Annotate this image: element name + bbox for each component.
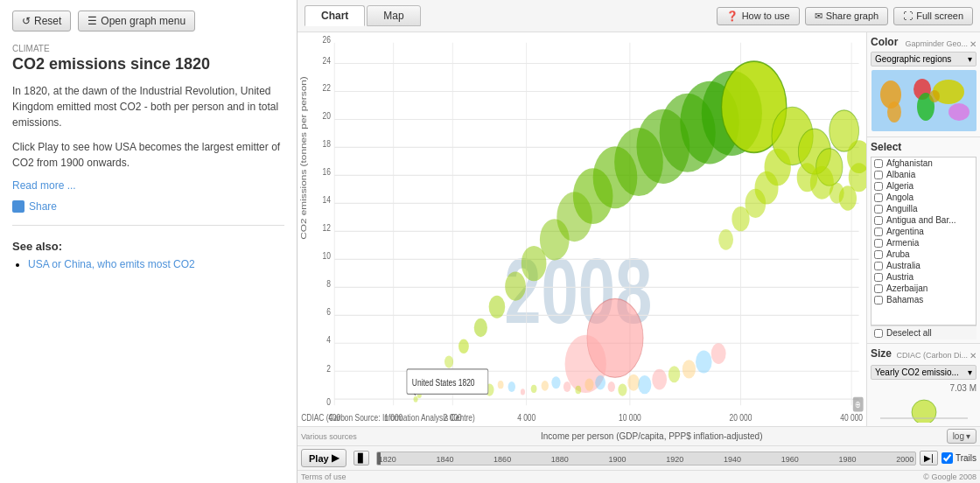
country-checkbox-australia[interactable]	[874, 262, 883, 270]
fullscreen-button[interactable]: ⛶ Full screen	[893, 7, 973, 25]
size-dropdown[interactable]: Yearly CO2 emissio... ▾	[871, 365, 976, 380]
how-to-use-button[interactable]: ❓ How to use	[717, 7, 800, 25]
y-tick-20: 20	[323, 110, 332, 122]
year-1900: 1900	[609, 455, 626, 464]
bubble-s22[interactable]	[682, 360, 696, 378]
chart-svg-area[interactable]: 2008	[298, 32, 866, 426]
bubble-s20[interactable]	[652, 369, 667, 390]
country-item-australia[interactable]: Australia	[872, 260, 976, 271]
country-list[interactable]: Afghanistan Albania Algeria Angola	[871, 157, 976, 326]
bubble-kr[interactable]	[732, 206, 749, 231]
bubble-es[interactable]	[797, 163, 818, 192]
country-checkbox-angola[interactable]	[874, 193, 883, 202]
deselect-all-button[interactable]: Deselect all	[871, 326, 976, 340]
bubble-s9[interactable]	[531, 385, 537, 393]
share-link[interactable]: Share	[29, 200, 57, 213]
bubble-s6[interactable]	[498, 381, 504, 388]
country-checkbox-bahamas[interactable]	[874, 296, 883, 304]
bubble-s10[interactable]	[542, 381, 549, 391]
size-source: CDIAC (Carbon Di...	[896, 351, 968, 360]
bubble-s21[interactable]	[668, 366, 681, 382]
close-color-icon[interactable]: ✕	[970, 39, 976, 49]
bubble-s16[interactable]	[608, 382, 615, 392]
country-checkbox-algeria[interactable]	[874, 182, 883, 191]
bubble-s12[interactable]	[564, 382, 570, 392]
bubble-s11[interactable]	[551, 376, 560, 388]
play-button[interactable]: Play ▶	[301, 449, 346, 467]
timeline-bar-icon[interactable]: ▊	[354, 451, 369, 466]
world-map-svg	[872, 70, 976, 131]
close-size-icon[interactable]: ✕	[970, 351, 976, 360]
deselect-all-checkbox[interactable]	[874, 329, 883, 338]
question-icon: ❓	[726, 10, 738, 22]
chart-bottom: Various sources Income per person (GDP/c…	[298, 426, 980, 483]
y-tick-4: 4	[326, 334, 331, 346]
country-item-austria[interactable]: Austria	[872, 271, 976, 283]
country-item-anguilla[interactable]: Anguilla	[872, 203, 976, 214]
bubble-s14[interactable]	[584, 379, 593, 391]
terms-label[interactable]: Terms of use	[301, 472, 346, 481]
country-label-anguilla: Anguilla	[886, 204, 918, 214]
country-item-argentina[interactable]: Argentina	[872, 226, 976, 237]
world-map-mini	[872, 70, 976, 131]
country-checkbox-antigua[interactable]	[874, 216, 883, 225]
read-more-link[interactable]: Read more ...	[12, 179, 284, 192]
svg-point-27	[929, 90, 940, 102]
playbar-row: Play ▶ ▊ 1820 1840 1860 1880 1900 1920 1…	[298, 446, 980, 470]
country-item-algeria[interactable]: Algeria	[872, 180, 976, 192]
terms-row: Terms of use © Google 2008	[298, 470, 980, 483]
country-item-bahamas[interactable]: Bahamas	[872, 294, 976, 305]
tab-chart[interactable]: Chart	[304, 5, 365, 26]
x-scale-dropdown[interactable]: log ▾	[947, 429, 976, 444]
bubble-s7[interactable]	[508, 382, 515, 392]
country-checkbox-armenia[interactable]	[874, 239, 883, 248]
open-graph-button[interactable]: ☰ Open graph menu	[78, 10, 195, 32]
y-tick-8: 8	[326, 278, 331, 290]
bubble-s13[interactable]	[575, 386, 581, 394]
see-also-section: See also: USA or China, who emits most C…	[12, 240, 284, 270]
country-item-armenia[interactable]: Armenia	[872, 237, 976, 248]
country-checkbox-azerbaijan[interactable]	[874, 284, 883, 293]
reset-button[interactable]: ↺ Reset	[12, 10, 71, 32]
main-area: Chart Map ❓ How to use ✉ Share graph ⛶ F…	[298, 0, 980, 483]
country-item-azerbaijan[interactable]: Azerbaijan	[872, 283, 976, 294]
svg-point-22	[887, 102, 901, 122]
article-title: CO2 emissions since 1820	[12, 55, 284, 74]
tab-map[interactable]: Map	[367, 5, 420, 26]
climate-label: CLIMATE	[12, 44, 284, 53]
country-checkbox-albania[interactable]	[874, 171, 883, 179]
country-checkbox-afghanistan[interactable]	[874, 159, 883, 168]
country-checkbox-austria[interactable]	[874, 273, 883, 282]
y-tick-2: 2	[326, 363, 331, 374]
country-item-albania[interactable]: Albania	[872, 169, 976, 180]
see-also-link[interactable]: USA or China, who emits most CO2	[28, 258, 195, 270]
trail-bubble-10	[505, 272, 526, 301]
bubble-s23[interactable]	[696, 351, 712, 374]
trail-bubble-6	[444, 355, 453, 368]
size-mini-chart	[872, 396, 976, 423]
trails-checkbox[interactable]	[942, 452, 953, 464]
bubble-s15[interactable]	[595, 375, 606, 390]
bubble-s19[interactable]	[638, 375, 651, 394]
country-checkbox-anguilla[interactable]	[874, 205, 883, 214]
country-checkbox-aruba[interactable]	[874, 250, 883, 259]
timeline-next-icon[interactable]: ▶|	[920, 451, 938, 466]
country-item-angola[interactable]: Angola	[872, 192, 976, 203]
country-checkbox-argentina[interactable]	[874, 228, 883, 236]
country-label-armenia: Armenia	[886, 238, 919, 248]
color-dropdown[interactable]: Geographic regions ▾	[871, 52, 976, 66]
gapminder-svg[interactable]: 2008	[298, 32, 866, 426]
x-axis-row: Various sources Income per person (GDP/c…	[298, 427, 980, 446]
share-graph-button[interactable]: ✉ Share graph	[805, 7, 889, 25]
bubble-s8[interactable]	[521, 388, 525, 395]
right-panel: Color Gapminder Geo... ✕ Geographic regi…	[866, 32, 980, 426]
bubble-s18[interactable]	[627, 374, 640, 391]
country-item-afghanistan[interactable]: Afghanistan	[872, 158, 976, 169]
svg-point-26	[948, 103, 970, 121]
timeline-track[interactable]: 1820 1840 1860 1880 1900 1920 1940 1960 …	[376, 452, 917, 466]
bubble-mx[interactable]	[718, 229, 733, 250]
bubble-s17[interactable]	[618, 383, 626, 396]
country-item-aruba[interactable]: Aruba	[872, 248, 976, 260]
country-item-antigua[interactable]: Antigua and Bar...	[872, 214, 976, 226]
bubble-s24[interactable]	[711, 343, 726, 364]
